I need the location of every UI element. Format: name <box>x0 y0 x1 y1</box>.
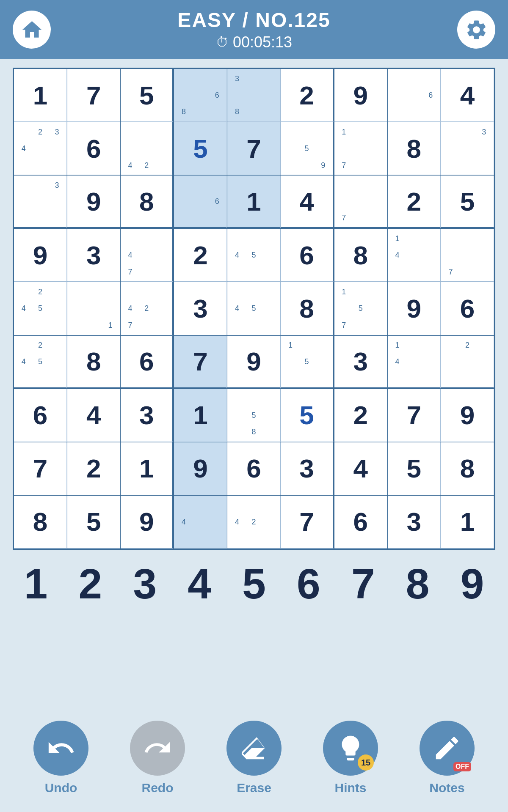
cell-1-7[interactable]: 8 <box>388 122 441 175</box>
number-btn-4[interactable]: 4 <box>175 562 224 605</box>
cell-8-4[interactable]: 42 <box>227 496 280 549</box>
cell-3-5[interactable]: 6 <box>281 229 334 282</box>
cell-6-4[interactable]: 58 <box>227 389 280 442</box>
cell-1-6[interactable]: 17 <box>334 122 387 175</box>
cell-6-2[interactable]: 3 <box>121 389 174 442</box>
erase-button[interactable]: Erase <box>226 721 282 795</box>
cell-0-7[interactable]: 6 <box>388 69 441 122</box>
cell-2-5[interactable]: 4 <box>281 176 334 228</box>
cell-5-8[interactable]: 2 <box>441 336 494 389</box>
cell-8-3[interactable]: 4 <box>174 496 227 549</box>
cell-4-0[interactable]: 245 <box>14 282 67 335</box>
cell-8-8[interactable]: 1 <box>441 496 494 549</box>
cell-2-3[interactable]: 6 <box>174 176 227 228</box>
cell-7-5[interactable]: 3 <box>281 442 334 495</box>
cell-6-6[interactable]: 2 <box>334 389 387 442</box>
cell-0-2[interactable]: 5 <box>121 69 174 122</box>
cell-3-2[interactable]: 47 <box>121 229 174 282</box>
cell-4-4[interactable]: 45 <box>227 282 280 335</box>
cell-7-7[interactable]: 5 <box>388 442 441 495</box>
cell-0-0[interactable]: 1 <box>14 69 67 122</box>
cell-8-0[interactable]: 8 <box>14 496 67 549</box>
cell-7-0[interactable]: 7 <box>14 442 67 495</box>
cell-4-6[interactable]: 157 <box>334 282 387 335</box>
cell-0-5[interactable]: 2 <box>281 69 334 122</box>
cell-7-8[interactable]: 8 <box>441 442 494 495</box>
number-btn-3[interactable]: 3 <box>121 562 169 605</box>
cell-5-5[interactable]: 15 <box>281 336 334 389</box>
cell-6-1[interactable]: 4 <box>67 389 120 442</box>
notes-button[interactable]: OFF Notes <box>420 721 475 795</box>
hints-button[interactable]: 15 Hints <box>323 721 378 795</box>
cell-6-3[interactable]: 1 <box>174 389 227 442</box>
cell-5-0[interactable]: 245 <box>14 336 67 389</box>
cell-2-1[interactable]: 9 <box>67 176 120 228</box>
cell-5-7[interactable]: 14 <box>388 336 441 389</box>
redo-button[interactable]: Redo <box>130 721 185 795</box>
cell-8-5[interactable]: 7 <box>281 496 334 549</box>
number-btn-8[interactable]: 8 <box>393 562 442 605</box>
cell-3-6[interactable]: 8 <box>334 229 387 282</box>
cell-1-1[interactable]: 6 <box>67 122 120 175</box>
cell-7-1[interactable]: 2 <box>67 442 120 495</box>
cell-6-5[interactable]: 5 <box>281 389 334 442</box>
cell-4-7[interactable]: 9 <box>388 282 441 335</box>
cell-6-7[interactable]: 7 <box>388 389 441 442</box>
cell-2-0[interactable]: 3 <box>14 176 67 228</box>
cell-2-2[interactable]: 8 <box>121 176 174 228</box>
cell-8-1[interactable]: 5 <box>67 496 120 549</box>
note-digit-1-5-4 <box>282 140 299 156</box>
cell-2-4[interactable]: 1 <box>227 176 280 228</box>
number-btn-1[interactable]: 1 <box>11 562 60 605</box>
cell-1-2[interactable]: 42 <box>121 122 174 175</box>
cell-8-7[interactable]: 3 <box>388 496 441 549</box>
cell-0-4[interactable]: 38 <box>227 69 280 122</box>
cell-0-6[interactable]: 9 <box>334 69 387 122</box>
cell-5-6[interactable]: 3 <box>334 336 387 389</box>
number-btn-6[interactable]: 6 <box>284 562 333 605</box>
cell-5-3[interactable]: 7 <box>174 336 227 389</box>
note-digit-4-1-2 <box>85 283 102 300</box>
undo-button[interactable]: Undo <box>33 721 88 795</box>
cell-8-2[interactable]: 9 <box>121 496 174 549</box>
cell-1-3[interactable]: 5 <box>174 122 227 175</box>
cell-3-4[interactable]: 45 <box>227 229 280 282</box>
cell-1-4[interactable]: 7 <box>227 122 280 175</box>
cell-2-7[interactable]: 2 <box>388 176 441 228</box>
cell-4-2[interactable]: 427 <box>121 282 174 335</box>
cell-7-4[interactable]: 6 <box>227 442 280 495</box>
number-btn-9[interactable]: 9 <box>448 562 497 605</box>
cell-2-8[interactable]: 5 <box>441 176 494 228</box>
cell-5-1[interactable]: 8 <box>67 336 120 389</box>
settings-button[interactable] <box>457 11 495 49</box>
number-btn-2[interactable]: 2 <box>66 562 115 605</box>
cell-0-3[interactable]: 68 <box>174 69 227 122</box>
number-btn-7[interactable]: 7 <box>339 562 387 605</box>
cell-7-3[interactable]: 9 <box>174 442 227 495</box>
cell-1-0[interactable]: 234 <box>14 122 67 175</box>
cell-3-3[interactable]: 2 <box>174 229 227 282</box>
cell-6-0[interactable]: 6 <box>14 389 67 442</box>
cell-3-1[interactable]: 3 <box>67 229 120 282</box>
cell-2-6[interactable]: 7 <box>334 176 387 228</box>
home-button[interactable] <box>13 11 51 49</box>
cell-1-8[interactable]: 3 <box>441 122 494 175</box>
cell-5-4[interactable]: 9 <box>227 336 280 389</box>
cell-3-8[interactable]: 7 <box>441 229 494 282</box>
number-btn-5[interactable]: 5 <box>229 562 278 605</box>
cell-8-6[interactable]: 6 <box>334 496 387 549</box>
cell-5-2[interactable]: 6 <box>121 336 174 389</box>
cell-0-8[interactable]: 4 <box>441 69 494 122</box>
cell-3-7[interactable]: 14 <box>388 229 441 282</box>
cell-1-5[interactable]: 59 <box>281 122 334 175</box>
cell-3-0[interactable]: 9 <box>14 229 67 282</box>
cell-7-6[interactable]: 4 <box>334 442 387 495</box>
cell-0-1[interactable]: 7 <box>67 69 120 122</box>
cell-7-2[interactable]: 1 <box>121 442 174 495</box>
cell-4-8[interactable]: 6 <box>441 282 494 335</box>
cell-4-1[interactable]: 1 <box>67 282 120 335</box>
cell-6-8[interactable]: 9 <box>441 389 494 442</box>
note-digit-4-0-2: 2 <box>32 283 48 300</box>
cell-4-5[interactable]: 8 <box>281 282 334 335</box>
cell-4-3[interactable]: 3 <box>174 282 227 335</box>
